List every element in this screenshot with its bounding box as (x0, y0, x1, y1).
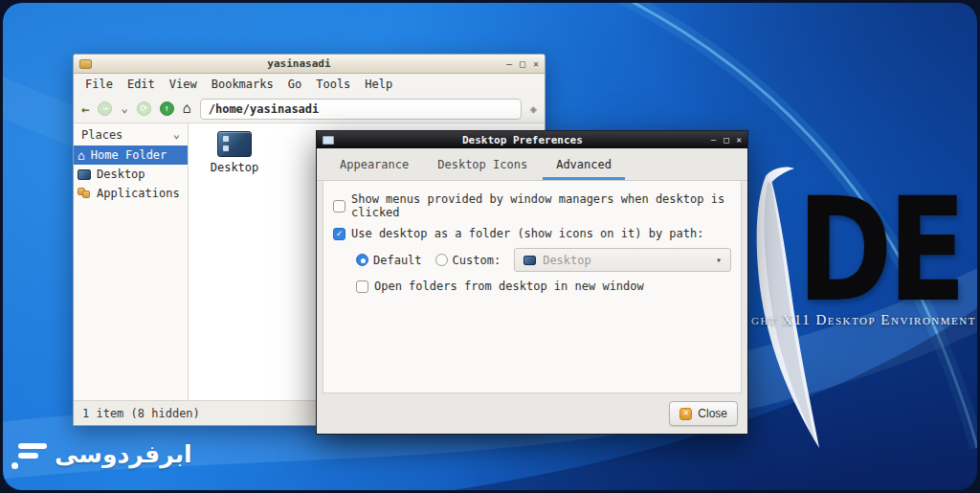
close-icon[interactable]: ✕ (737, 136, 742, 145)
file-manager-toolbar: ← → ⌄ ⟳ ↑ ⌂ ◈ (74, 95, 545, 123)
path-input[interactable] (200, 99, 522, 120)
custom-radio-label: Custom: (453, 254, 501, 267)
file-manager-app-icon (79, 59, 92, 69)
dialog-title: Desktop Preferences (334, 134, 711, 146)
jump-to-icon[interactable]: ◈ (530, 102, 537, 116)
close-button-icon: ✕ (679, 408, 692, 420)
watermark-text: ابرفردوسی (55, 440, 192, 469)
close-button-label: Close (698, 407, 727, 420)
menu-bookmarks[interactable]: Bookmarks (208, 76, 278, 93)
sidebar-item-label: Desktop (97, 168, 145, 181)
desktop-icon (78, 169, 91, 180)
places-header[interactable]: Places ⌄ (74, 123, 188, 146)
menu-edit[interactable]: Edit (123, 76, 159, 93)
default-radio[interactable] (356, 254, 368, 266)
tab-appearance[interactable]: Appearance (326, 152, 422, 180)
places-chevron-icon[interactable]: ⌄ (173, 131, 180, 138)
back-icon[interactable]: ← (81, 102, 89, 116)
chevron-down-icon: ▾ (716, 255, 722, 265)
status-text: 1 item (8 hidden) (82, 407, 200, 420)
forward-icon[interactable]: → (98, 101, 112, 116)
tab-desktop-icons[interactable]: Desktop Icons (424, 152, 541, 180)
menu-view[interactable]: View (166, 76, 201, 93)
open-folders-label: Open folders from desktop in new window (374, 280, 644, 293)
dialog-titlebar[interactable]: Desktop Preferences – □ ✕ (317, 131, 747, 148)
file-manager-titlebar[interactable]: yasinasadi – □ ✕ (74, 55, 545, 74)
dialog-app-icon (323, 136, 334, 145)
up-icon[interactable]: ↑ (160, 101, 174, 116)
sidebar-item-applications[interactable]: Applications (74, 184, 188, 203)
reload-icon[interactable]: ⟳ (137, 101, 151, 116)
maximize-icon[interactable]: □ (724, 136, 728, 145)
maximize-icon[interactable]: □ (520, 59, 525, 69)
open-folders-checkbox[interactable] (356, 280, 368, 293)
tab-advanced[interactable]: Advanced (543, 152, 625, 180)
menu-file[interactable]: File (81, 76, 117, 93)
applications-icon (78, 188, 91, 199)
lxde-logo-text: DE (797, 178, 962, 322)
menu-go[interactable]: Go (284, 76, 305, 93)
desktop-folder-icon (217, 131, 252, 157)
dialog-action-bar: ✕ Close (317, 393, 747, 434)
menu-tools[interactable]: Tools (312, 76, 354, 93)
use-desktop-folder-label: Use desktop as a folder (show icons on i… (351, 227, 703, 240)
lxde-tagline: ght X11 Desktop Environment (751, 312, 976, 328)
show-menus-label: Show menus provided by window managers w… (351, 192, 737, 219)
dropdown-selected-value: Desktop (543, 254, 709, 267)
minimize-icon[interactable]: – (711, 136, 716, 145)
default-radio-label: Default (373, 254, 422, 267)
sidebar-item-label: Home Folder (91, 148, 167, 162)
home-icon[interactable]: ⌂ (183, 101, 191, 116)
sidebar-item-desktop[interactable]: Desktop (74, 165, 188, 184)
desktop-path-dropdown[interactable]: Desktop ▾ (514, 248, 731, 272)
home-folder-icon: ⌂ (78, 149, 85, 162)
advanced-tab-page: Show menus provided by window managers w… (323, 181, 742, 393)
file-manager-title: yasinasadi (92, 57, 506, 70)
watermark-logo-icon (11, 440, 47, 469)
places-sidebar: Places ⌄ ⌂ Home Folder Desktop Applicati… (74, 123, 189, 400)
file-item-label: Desktop (204, 161, 265, 174)
close-icon[interactable]: ✕ (533, 59, 539, 69)
dialog-tab-bar: Appearance Desktop Icons Advanced (317, 148, 747, 181)
sidebar-item-home-folder[interactable]: ⌂ Home Folder (74, 146, 188, 165)
desktop-preferences-dialog: Desktop Preferences – □ ✕ Appearance Des… (316, 130, 748, 435)
watermark: ابرفردوسی (11, 440, 192, 469)
minimize-icon[interactable]: – (506, 59, 512, 69)
file-item-desktop[interactable]: Desktop (204, 131, 265, 174)
desktop-mini-icon (523, 256, 536, 265)
file-manager-menubar: File Edit View Bookmarks Go Tools Help (74, 74, 545, 95)
sidebar-item-label: Applications (97, 187, 180, 200)
custom-radio[interactable] (435, 254, 448, 266)
menu-help[interactable]: Help (361, 76, 396, 93)
history-chevron-icon[interactable]: ⌄ (121, 105, 127, 112)
close-button[interactable]: ✕ Close (669, 401, 738, 426)
show-menus-checkbox[interactable] (333, 200, 345, 213)
use-desktop-folder-checkbox[interactable]: ✓ (333, 228, 345, 240)
